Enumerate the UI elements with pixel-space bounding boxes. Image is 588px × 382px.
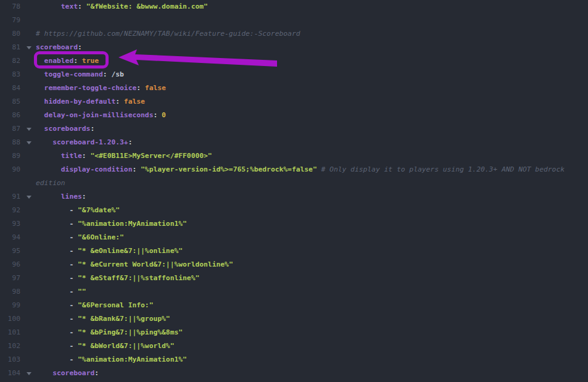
fold-chevron-down-icon[interactable] (20, 367, 36, 380)
code-text[interactable]: - "&6Personal Info:" (36, 299, 153, 312)
fold-chevron-down-icon[interactable] (20, 122, 36, 136)
code-text[interactable]: display-condition: "%player-version-id%>… (36, 163, 565, 176)
code-text[interactable]: title: "<#E0B11E>MyServer</#FF0000>" (36, 149, 212, 163)
code-line[interactable]: 79 (0, 14, 588, 27)
token-str: "* &bPing&7:||%ping%&8ms" (78, 328, 183, 336)
code-text[interactable]: enabled: true (36, 54, 99, 68)
token-punct: - (69, 288, 78, 296)
fold-spacer (20, 68, 36, 81)
code-text[interactable]: - "" (36, 285, 86, 299)
line-number: 104 (0, 367, 20, 380)
code-line[interactable]: 104 scoreboard: (0, 367, 588, 380)
token-plain (36, 152, 61, 160)
code-line[interactable]: 101 - "* &bPing&7:||%ping%&8ms" (0, 326, 588, 339)
token-key: text (61, 2, 78, 10)
code-editor[interactable]: 78 text: "&fWebsite: &bwww.domain.com"79… (0, 0, 588, 382)
token-key: scoreboard (36, 43, 78, 51)
code-text[interactable]: scoreboard: (36, 367, 99, 380)
code-text[interactable]: - "* &eOnline&7:||%online%" (36, 244, 183, 258)
token-str: "" (78, 288, 86, 296)
code-line[interactable]: 92 - "&7%date%" (0, 204, 588, 217)
line-number: 100 (0, 312, 20, 326)
token-bool: true (82, 57, 99, 65)
code-text[interactable]: remember-toggle-choice: false (36, 81, 166, 95)
code-line[interactable]: edition (0, 176, 588, 190)
code-text[interactable]: - "* &bRank&7:||%group%" (36, 312, 170, 326)
code-line[interactable]: 95 - "* &eOnline&7:||%online%" (0, 244, 588, 258)
token-plain (36, 369, 52, 377)
token-key: enabled (44, 57, 74, 65)
code-text[interactable]: edition (36, 176, 65, 190)
code-line[interactable]: 88 scoreboard-1.20.3+: (0, 136, 588, 149)
code-line[interactable]: 82 enabled: true (0, 54, 588, 68)
code-line[interactable]: 78 text: "&fWebsite: &bwww.domain.com" (0, 0, 588, 14)
code-line[interactable]: 96 - "* &eCurrent World&7:||%worldonline… (0, 258, 588, 272)
line-number: 92 (0, 204, 20, 217)
token-punct: : (128, 138, 133, 146)
token-key: toggle-command (44, 70, 103, 78)
code-text[interactable]: toggle-command: /sb (36, 68, 124, 81)
code-line[interactable]: 91 lines: (0, 190, 588, 204)
code-line[interactable]: 94 - "&6Online:" (0, 231, 588, 244)
token-key: hidden-by-default (44, 98, 116, 106)
code-text[interactable]: hidden-by-default: false (36, 95, 145, 109)
token-bool: false (124, 98, 145, 106)
code-line[interactable]: 80# https://github.com/NEZNAMY/TAB/wiki/… (0, 27, 588, 41)
token-str: "* &eStaff&7:||%staffonline%" (78, 274, 199, 282)
code-line[interactable]: 102 - "* &bWorld&7:||%world%" (0, 339, 588, 353)
token-punct: : (103, 70, 112, 78)
fold-spacer (20, 312, 36, 326)
code-text[interactable]: delay-on-join-milliseconds: 0 (36, 109, 166, 122)
code-line[interactable]: 98 - "" (0, 285, 588, 299)
code-line[interactable]: 87 scoreboards: (0, 122, 588, 136)
token-str: "&fWebsite: &bwww.domain.com" (86, 2, 208, 10)
code-text[interactable]: - "&7%date%" (36, 204, 120, 217)
token-key: scoreboard (52, 369, 94, 377)
code-text[interactable]: - "%animation:MyAnimation1%" (36, 217, 187, 231)
code-line[interactable]: 86 delay-on-join-milliseconds: 0 (0, 109, 588, 122)
fold-spacer (20, 217, 36, 231)
code-line[interactable]: 85 hidden-by-default: false (0, 95, 588, 109)
token-key: scoreboard-1.20.3+ (52, 138, 128, 146)
code-line[interactable]: 103 - "%animation:MyAnimation1%" (0, 353, 588, 367)
code-text[interactable]: - "* &eCurrent World&7:||%worldonline%" (36, 258, 233, 272)
code-text[interactable]: scoreboard: (36, 41, 82, 54)
code-text[interactable]: - "%animation:MyAnimation1%" (36, 353, 187, 367)
code-text[interactable]: scoreboard-1.20.3+: (36, 136, 132, 149)
token-plain (36, 315, 69, 323)
code-text[interactable]: lines: (36, 190, 86, 204)
token-plain (36, 2, 61, 10)
line-number: 83 (0, 68, 20, 81)
code-line[interactable]: 90 display-condition: "%player-version-i… (0, 163, 588, 176)
code-text[interactable]: - "* &eStaff&7:||%staffonline%" (36, 272, 199, 285)
fold-chevron-down-icon[interactable] (20, 41, 36, 54)
token-key: scoreboards (44, 125, 91, 133)
line-number: 79 (0, 14, 20, 27)
fold-spacer (20, 176, 36, 190)
token-punct: : (132, 165, 141, 173)
token-str: "* &bRank&7:||%group%" (78, 315, 170, 323)
code-line[interactable]: 83 toggle-command: /sb (0, 68, 588, 81)
code-line[interactable]: 93 - "%animation:MyAnimation1%" (0, 217, 588, 231)
line-number: 81 (0, 41, 20, 54)
token-plain (36, 301, 69, 309)
line-number: 86 (0, 109, 20, 122)
code-text[interactable]: scoreboards: (36, 122, 94, 136)
code-text[interactable]: # https://github.com/NEZNAMY/TAB/wiki/Fe… (36, 27, 300, 41)
code-text[interactable]: - "&6Online:" (36, 231, 124, 244)
code-line[interactable]: 84 remember-toggle-choice: false (0, 81, 588, 95)
code-line[interactable]: 99 - "&6Personal Info:" (0, 299, 588, 312)
code-text[interactable]: text: "&fWebsite: &bwww.domain.com" (36, 0, 208, 14)
token-punct: : (82, 152, 91, 160)
code-text[interactable]: - "* &bWorld&7:||%world%" (36, 339, 174, 353)
code-line[interactable]: 81scoreboard: (0, 41, 588, 54)
fold-chevron-down-icon[interactable] (20, 136, 36, 149)
code-line[interactable]: 89 title: "<#E0B11E>MyServer</#FF0000>" (0, 149, 588, 163)
code-line[interactable]: 97 - "* &eStaff&7:||%staffonline%" (0, 272, 588, 285)
code-text[interactable]: - "* &bPing&7:||%ping%&8ms" (36, 326, 183, 339)
code-line[interactable]: 100 - "* &bRank&7:||%group%" (0, 312, 588, 326)
token-punct: - (69, 342, 78, 350)
fold-spacer (20, 54, 36, 68)
fold-spacer (20, 244, 36, 258)
fold-chevron-down-icon[interactable] (20, 190, 36, 204)
